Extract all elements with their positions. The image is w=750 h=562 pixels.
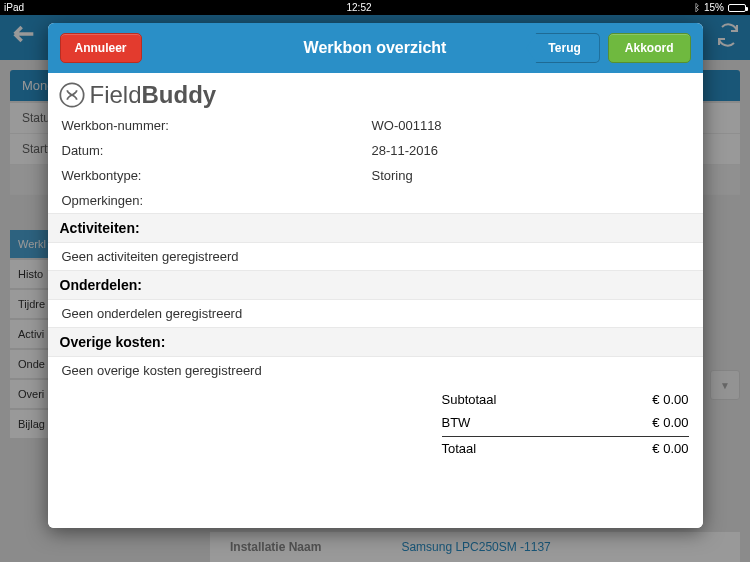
- vat-value: € 0.00: [652, 415, 688, 430]
- cancel-button[interactable]: Annuleer: [60, 33, 142, 63]
- bluetooth-icon: ᛒ: [694, 2, 700, 13]
- modal-title: Werkbon overzicht: [304, 39, 447, 57]
- battery-icon: [728, 4, 746, 12]
- number-value: WO-001118: [372, 118, 689, 133]
- date-row: Datum: 28-11-2016: [48, 138, 703, 163]
- date-value: 28-11-2016: [372, 143, 689, 158]
- modal-overlay: Annuleer Werkbon overzicht Terug Akkoord…: [0, 15, 750, 562]
- subtotal-value: € 0.00: [652, 392, 688, 407]
- total-value: € 0.00: [652, 441, 688, 456]
- activities-header: Activiteiten:: [48, 213, 703, 243]
- status-bar: iPad 12:52 ᛒ 15%: [0, 0, 750, 15]
- type-value: Storing: [372, 168, 689, 183]
- back-button[interactable]: Terug: [526, 33, 599, 63]
- logo: FieldBuddy: [48, 73, 703, 113]
- remarks-value: [372, 193, 689, 208]
- accept-button[interactable]: Akkoord: [608, 33, 691, 63]
- total-row: Totaal € 0.00: [442, 436, 689, 460]
- totals: Subtotaal € 0.00 BTW € 0.00 Totaal € 0.0…: [48, 384, 703, 464]
- modal: Annuleer Werkbon overzicht Terug Akkoord…: [48, 23, 703, 528]
- modal-header: Annuleer Werkbon overzicht Terug Akkoord: [48, 23, 703, 73]
- costs-header: Overige kosten:: [48, 327, 703, 357]
- subtotal-row: Subtotaal € 0.00: [442, 388, 689, 411]
- vat-label: BTW: [442, 415, 471, 430]
- clock: 12:52: [24, 2, 694, 13]
- modal-body: FieldBuddy Werkbon-nummer: WO-001118 Dat…: [48, 73, 703, 528]
- remarks-row: Opmerkingen:: [48, 188, 703, 213]
- activities-empty: Geen activiteiten geregistreerd: [48, 243, 703, 270]
- carrier-label: iPad: [4, 2, 24, 13]
- battery-percent: 15%: [704, 2, 724, 13]
- remarks-label: Opmerkingen:: [62, 193, 372, 208]
- type-label: Werkbontype:: [62, 168, 372, 183]
- vat-row: BTW € 0.00: [442, 411, 689, 434]
- logo-icon: [58, 81, 86, 109]
- total-label: Totaal: [442, 441, 477, 456]
- parts-header: Onderdelen:: [48, 270, 703, 300]
- costs-empty: Geen overige kosten geregistreerd: [48, 357, 703, 384]
- subtotal-label: Subtotaal: [442, 392, 497, 407]
- date-label: Datum:: [62, 143, 372, 158]
- workorder-number-row: Werkbon-nummer: WO-001118: [48, 113, 703, 138]
- type-row: Werkbontype: Storing: [48, 163, 703, 188]
- parts-empty: Geen onderdelen geregistreerd: [48, 300, 703, 327]
- number-label: Werkbon-nummer:: [62, 118, 372, 133]
